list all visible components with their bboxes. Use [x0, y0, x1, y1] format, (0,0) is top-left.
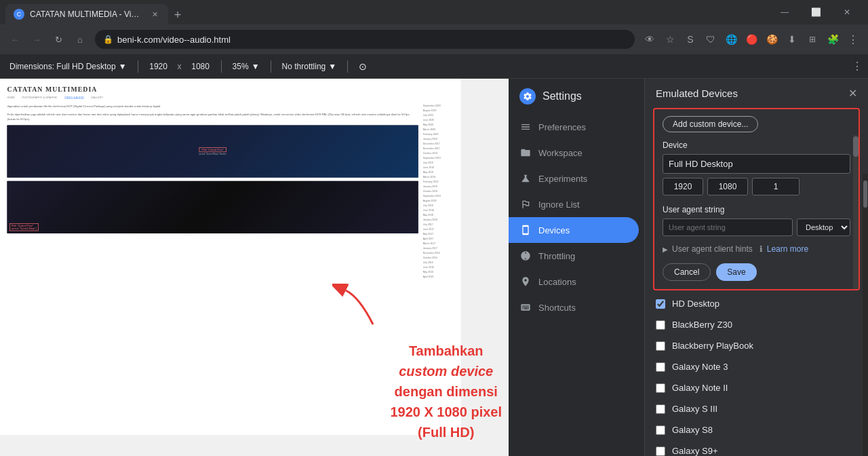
toolbar-separator-3: [271, 60, 271, 73]
toolbar-separator-2: [221, 60, 222, 73]
toolbar-separator-1: [138, 60, 138, 73]
preferences-icon: [519, 121, 532, 133]
settings-header: Settings: [509, 79, 644, 114]
device-hd-desktop-checkbox[interactable]: [656, 299, 665, 309]
sidebar-item-ignore-list[interactable]: Ignore List: [509, 191, 644, 217]
device-name-input[interactable]: [663, 154, 850, 174]
device-galaxy-s8-checkbox[interactable]: [656, 425, 665, 435]
device-galaxy-note3-checkbox[interactable]: [656, 362, 665, 372]
custom-device-form-box: Add custom device... Device: [653, 108, 860, 290]
address-bar[interactable]: 🔒 beni-k.com/video--audio.html: [95, 30, 635, 49]
tab-favicon: C: [14, 9, 24, 20]
width-input[interactable]: [145, 62, 172, 71]
reload-btn[interactable]: ↻: [49, 30, 68, 49]
cancel-btn[interactable]: Cancel: [663, 263, 711, 281]
device-galaxy-note2[interactable]: Galaxy Note II: [645, 377, 868, 398]
device-galaxy-s9plus-checkbox[interactable]: [656, 446, 665, 456]
window-controls: — ⬜ ✕: [769, 0, 863, 24]
learn-more-link[interactable]: Learn more: [767, 244, 808, 254]
back-btn[interactable]: ←: [5, 30, 24, 49]
device-galaxy-s8[interactable]: Galaxy S8: [645, 419, 868, 440]
form-area: Device User agent string: [654, 135, 859, 289]
menu-btn[interactable]: ⋮: [844, 30, 863, 49]
ua-hints-info-icon[interactable]: ℹ: [760, 244, 763, 254]
ua-string-label: User agent string: [663, 205, 850, 214]
device-galaxy-s9plus[interactable]: Galaxy S9+: [645, 440, 868, 456]
extension-icon6[interactable]: 🧩: [823, 30, 842, 49]
webpage-body: digunakan untuk pembuatan file film berf…: [7, 104, 454, 280]
responsive-icon[interactable]: ⊙: [355, 60, 371, 73]
webpage-nav: HOME PHOTOGRAPHY & GRAPHIC VIDEO & AUDIO…: [7, 96, 454, 99]
device-blackberry-playbook[interactable]: Blackberry PlayBook: [645, 335, 868, 356]
device-galaxy-note2-checkbox[interactable]: [656, 383, 665, 393]
sidebar-item-preferences[interactable]: Preferences: [509, 114, 644, 140]
device-height-input[interactable]: [707, 178, 748, 195]
form-scrollbar-thumb[interactable]: [853, 136, 859, 157]
sidebar-item-throttling[interactable]: Throttling: [509, 243, 644, 269]
device-blackberry-z30-checkbox[interactable]: [656, 320, 665, 330]
bookmark-icon[interactable]: ☆: [660, 30, 679, 49]
device-hd-desktop-label: HD Desktop: [672, 299, 719, 309]
webpage-text1: digunakan untuk pembuatan file film berf…: [7, 104, 418, 109]
throttle-dropdown-icon: ▼: [328, 62, 336, 71]
device-width-input[interactable]: [663, 178, 703, 195]
main-area: CATATAN MULTIMEDIA HOME PHOTOGRAPHY & GR…: [0, 79, 868, 456]
eye-slash-icon[interactable]: 👁: [640, 30, 659, 49]
close-btn[interactable]: ✕: [831, 0, 863, 24]
form-scrollbar: [853, 135, 859, 289]
device-blackberry-playbook-checkbox[interactable]: [656, 341, 665, 351]
download-icon[interactable]: ⬇: [783, 30, 802, 49]
sidebar-item-workspace[interactable]: Workspace: [509, 140, 644, 166]
zoom-selector[interactable]: 35% ▼: [229, 60, 264, 73]
panel-scrollbar: [863, 174, 868, 456]
dimensions-dropdown-icon: ▼: [119, 62, 127, 71]
tab-bar: C CATATAN MULTIMEDIA - Video ✕ + — ⬜ ✕: [0, 0, 868, 24]
dimensions-selector[interactable]: Dimensions: Full HD Desktop ▼: [5, 60, 131, 73]
ua-string-input[interactable]: [663, 218, 793, 236]
ignore-list-icon: [519, 198, 532, 210]
preferences-label: Preferences: [538, 122, 586, 132]
tab-close-btn[interactable]: ✕: [149, 9, 160, 20]
ua-hints-expand-btn[interactable]: ▶: [663, 246, 668, 253]
sidebar-item-locations[interactable]: Locations: [509, 269, 644, 294]
devices-close-btn[interactable]: ✕: [848, 87, 857, 100]
minimize-btn[interactable]: —: [769, 0, 800, 24]
panel-scrollbar-thumb[interactable]: [863, 180, 867, 208]
webpage-main-content: digunakan untuk pembuatan file film berf…: [7, 104, 418, 280]
screenshare-icon[interactable]: ⊞: [803, 30, 822, 49]
active-tab[interactable]: C CATATAN MULTIMEDIA - Video ✕: [5, 4, 168, 24]
throttle-label: No throttling: [282, 62, 326, 71]
ignore-list-label: Ignore List: [538, 200, 580, 210]
more-options-btn[interactable]: ⋮: [852, 60, 863, 73]
webpage-title: CATATAN MULTIMEDIA: [7, 86, 454, 94]
settings-panel: Settings Preferences Workspace: [509, 79, 644, 456]
sidebar-item-shortcuts[interactable]: Shortcuts: [509, 294, 644, 320]
sidebar-item-devices[interactable]: Devices: [509, 217, 639, 243]
extension-icon5[interactable]: 🍪: [762, 30, 781, 49]
extension-icon1[interactable]: S: [681, 30, 700, 49]
device-galaxy-s3-checkbox[interactable]: [656, 404, 665, 414]
extension-icon4[interactable]: 🔴: [742, 30, 761, 49]
locations-icon: [519, 276, 532, 288]
save-btn[interactable]: Save: [716, 263, 756, 281]
forward-btn[interactable]: →: [27, 30, 46, 49]
device-galaxy-s3[interactable]: Galaxy S III: [645, 398, 868, 419]
height-input[interactable]: [187, 62, 214, 71]
device-pixel-ratio-input[interactable]: [752, 178, 800, 195]
maximize-btn[interactable]: ⬜: [800, 0, 831, 24]
extension-icon2[interactable]: 🛡: [701, 30, 720, 49]
home-btn[interactable]: ⌂: [71, 30, 90, 49]
device-hd-desktop[interactable]: HD Desktop: [645, 293, 868, 314]
devices-icon: [519, 224, 532, 236]
ua-type-select[interactable]: Desktop Mobile Tablet: [797, 218, 850, 236]
new-tab-btn[interactable]: +: [168, 5, 187, 24]
device-blackberry-z30[interactable]: BlackBerry Z30: [645, 314, 868, 335]
toolbar-separator-4: [347, 60, 348, 73]
sidebar-item-experiments[interactable]: Experiments: [509, 166, 644, 191]
extension-icon3[interactable]: 🌐: [722, 30, 741, 49]
throttle-selector[interactable]: No throttling ▼: [278, 60, 341, 73]
device-galaxy-note3[interactable]: Galaxy Note 3: [645, 356, 868, 377]
add-custom-device-btn[interactable]: Add custom device...: [663, 116, 758, 132]
devices-scroll-area: HD Desktop BlackBerry Z30 Blackberry Pla…: [645, 290, 868, 456]
dimensions-row: [663, 178, 850, 195]
